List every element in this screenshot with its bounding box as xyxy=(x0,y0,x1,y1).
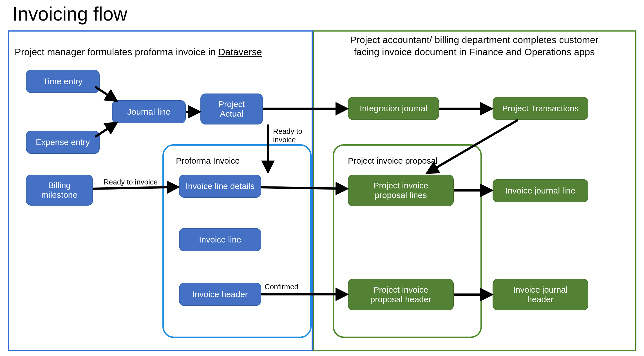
node-invoice-journal-line: Invoice journal line xyxy=(493,179,588,202)
edge-label-confirmed: Confirmed xyxy=(265,283,298,291)
node-project-actual: Project Actual xyxy=(200,94,263,124)
project-invoice-proposal-label: Project invoice proposal xyxy=(348,156,438,166)
left-container-label-text: Project manager formulates proforma invo… xyxy=(15,46,218,57)
node-project-transactions: Project Transactions xyxy=(493,97,588,120)
node-journal-line: Journal line xyxy=(112,100,186,123)
node-integration-journal: Integration journal xyxy=(348,97,439,120)
node-expense-entry: Expense entry xyxy=(26,131,100,154)
node-proposal-header: Project invoice proposal header xyxy=(348,279,454,310)
node-billing-milestone: Billing milestone xyxy=(26,175,93,206)
right-container-label: Project accountant/ billing department c… xyxy=(318,34,630,58)
left-container-label-underlined: Dataverse xyxy=(218,46,262,57)
node-invoice-journal-header: Invoice journal header xyxy=(493,279,588,310)
left-container-label: Project manager formulates proforma invo… xyxy=(15,34,307,58)
node-time-entry: Time entry xyxy=(26,70,100,93)
diagram-canvas: Invoicing flow Project manager formulate… xyxy=(0,0,644,356)
node-invoice-header: Invoice header xyxy=(179,283,261,306)
node-invoice-line-details: Invoice line details xyxy=(179,175,261,198)
edge-label-ready-to-invoice-1: Ready to invoice xyxy=(104,178,158,186)
node-invoice-line: Invoice line xyxy=(179,228,261,251)
edge-label-ready-to-invoice-2: Ready to invoice xyxy=(273,127,302,144)
proforma-invoice-label: Proforma Invoice xyxy=(176,156,240,166)
diagram-title: Invoicing flow xyxy=(12,3,127,25)
node-proposal-lines: Project invoice proposal lines xyxy=(348,175,454,206)
